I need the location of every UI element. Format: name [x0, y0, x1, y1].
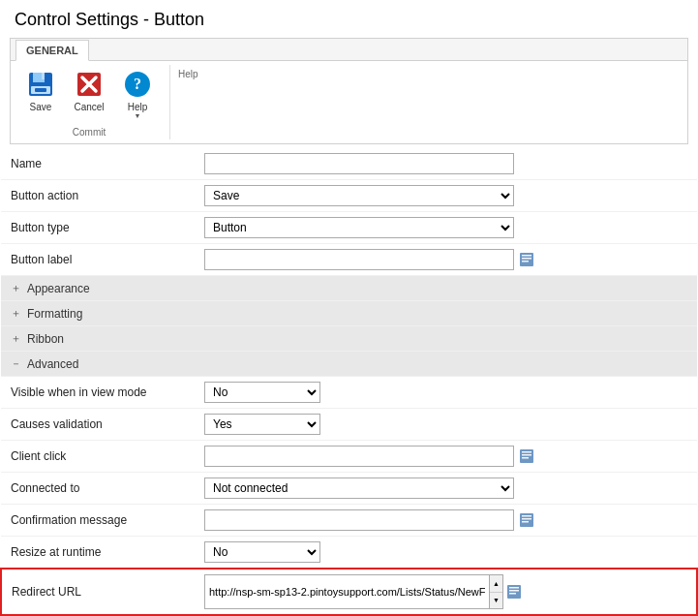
client-click-input[interactable] [204, 446, 514, 467]
svg-rect-15 [522, 451, 531, 453]
button-label-input[interactable] [204, 249, 514, 270]
causes-validation-label: Causes validation [1, 409, 195, 441]
confirmation-message-book-icon[interactable] [518, 511, 535, 529]
client-click-row: Client click [1, 441, 697, 473]
confirmation-message-row: Confirmation message [1, 505, 697, 537]
button-type-label: Button type [1, 212, 195, 244]
svg-text:?: ? [134, 76, 141, 92]
formatting-expand-icon: ＋ [11, 306, 21, 321]
visible-view-mode-select[interactable]: No Yes [204, 382, 320, 403]
commit-group-label: Commit [73, 127, 106, 138]
button-action-label: Button action [1, 180, 195, 212]
visible-view-mode-row: Visible when in view mode No Yes [1, 377, 697, 409]
svg-rect-25 [509, 593, 516, 595]
help-group-label: Help [178, 69, 198, 79]
client-click-label: Client click [1, 441, 195, 473]
svg-rect-24 [509, 590, 519, 592]
svg-rect-11 [522, 255, 531, 257]
redirect-url-book-icon[interactable] [505, 583, 523, 601]
ribbon-tab-general[interactable]: GENERAL [15, 40, 89, 61]
button-action-row: Button action Save Cancel New Delete [1, 180, 697, 212]
formatting-section[interactable]: ＋ Formatting [1, 301, 697, 325]
svg-rect-17 [522, 457, 529, 459]
resize-runtime-label: Resize at runtime [1, 537, 195, 570]
save-label: Save [30, 102, 52, 112]
button-label-row: Button label [1, 244, 697, 276]
button-label-label: Button label [1, 244, 195, 276]
name-label: Name [1, 148, 195, 180]
advanced-section[interactable]: － Advanced [1, 352, 697, 376]
redirect-url-row: Redirect URL ▲ ▼ [1, 569, 697, 615]
button-type-select[interactable]: Button Link Image [204, 217, 514, 238]
advanced-expand-icon: － [11, 356, 21, 371]
connected-to-select[interactable]: Not connected Other [204, 477, 514, 499]
save-icon [25, 69, 56, 100]
save-button[interactable]: Save [18, 65, 63, 123]
ribbon-container: GENERAL Save [10, 38, 688, 144]
confirmation-message-input[interactable] [204, 509, 514, 531]
name-row: Name [1, 148, 697, 180]
svg-rect-19 [522, 515, 531, 517]
confirmation-message-label: Confirmation message [1, 505, 195, 537]
button-label-book-icon[interactable] [518, 251, 535, 268]
button-action-select[interactable]: Save Cancel New Delete [204, 185, 514, 206]
formatting-section-row: ＋ Formatting [1, 301, 697, 326]
appearance-expand-icon: ＋ [11, 281, 21, 295]
redirect-url-label: Redirect URL [1, 569, 195, 615]
causes-validation-select[interactable]: Yes No [204, 414, 320, 435]
visible-view-mode-label: Visible when in view mode [1, 377, 195, 409]
redirect-url-spin-down[interactable]: ▼ [490, 592, 502, 609]
cancel-icon [74, 69, 105, 100]
causes-validation-row: Causes validation Yes No [1, 409, 697, 441]
help-icon: ? [122, 69, 153, 100]
svg-rect-20 [522, 518, 531, 520]
ribbon-section-label: Ribbon [27, 332, 64, 346]
formatting-section-label: Formatting [27, 307, 82, 321]
svg-rect-16 [522, 454, 531, 456]
ribbon-expand-icon: ＋ [11, 331, 21, 346]
form-table: Name Button action Save Cancel New Delet… [0, 148, 698, 616]
appearance-section-label: Appearance [27, 282, 90, 295]
connected-to-label: Connected to [1, 473, 195, 505]
advanced-section-row: － Advanced [1, 352, 697, 377]
client-click-book-icon[interactable] [518, 447, 535, 465]
help-label: Help [128, 102, 148, 112]
svg-rect-23 [509, 587, 519, 589]
help-arrow: ▼ [135, 112, 141, 119]
page-title: Control Settings - Button [0, 0, 698, 38]
name-input[interactable] [204, 153, 514, 174]
ribbon-section-row: ＋ Ribbon [1, 326, 697, 352]
cancel-button[interactable]: Cancel [67, 65, 111, 123]
cancel-label: Cancel [74, 102, 104, 112]
help-button[interactable]: ? Help ▼ [115, 65, 160, 123]
resize-runtime-row: Resize at runtime No Yes [1, 537, 697, 570]
redirect-url-input[interactable] [204, 574, 490, 609]
resize-runtime-select[interactable]: No Yes [204, 541, 320, 563]
svg-rect-2 [42, 73, 45, 79]
svg-rect-13 [522, 261, 529, 262]
button-type-row: Button type Button Link Image [1, 212, 697, 244]
advanced-section-label: Advanced [27, 357, 78, 371]
ribbon-section[interactable]: ＋ Ribbon [1, 326, 697, 351]
appearance-section[interactable]: ＋ Appearance [1, 276, 697, 300]
connected-to-row: Connected to Not connected Other [1, 473, 697, 505]
redirect-url-spin-up[interactable]: ▲ [490, 575, 502, 592]
svg-rect-21 [522, 521, 529, 523]
appearance-section-row: ＋ Appearance [1, 276, 697, 301]
svg-rect-12 [522, 258, 531, 260]
svg-rect-4 [35, 88, 46, 92]
